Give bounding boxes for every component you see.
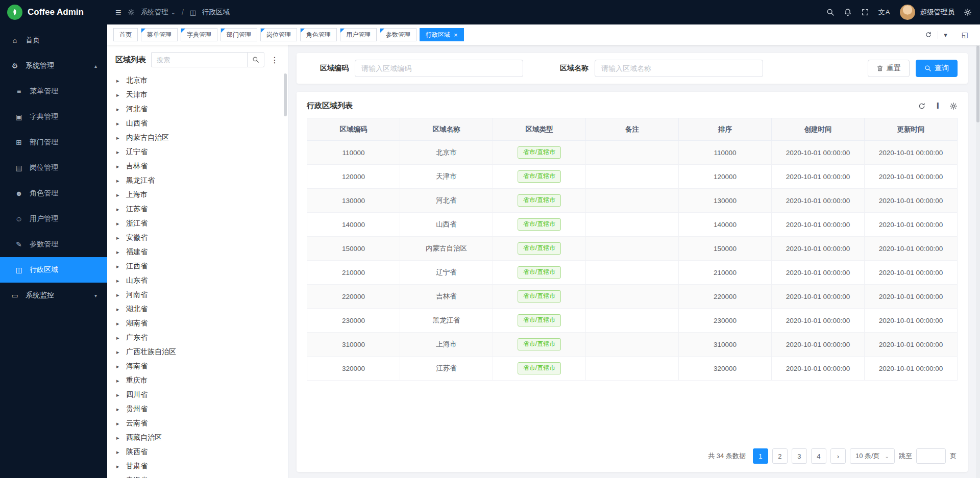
caret-right-icon[interactable]: ▸	[116, 120, 121, 127]
caret-right-icon[interactable]: ▸	[116, 320, 121, 327]
page-button[interactable]: 3	[792, 448, 807, 464]
tree-item[interactable]: ▸ 海南省	[115, 359, 280, 373]
page-button[interactable]: 4	[811, 448, 826, 464]
page-button[interactable]: 1	[753, 448, 768, 464]
tree-scrollbar[interactable]	[284, 73, 287, 116]
caret-right-icon[interactable]: ▸	[116, 306, 121, 313]
tab-close-icon[interactable]: ×	[454, 32, 458, 38]
table-row[interactable]: 130000 河北省 省市/直辖市 130000 2020-10-01 00:0…	[307, 189, 958, 213]
caret-right-icon[interactable]: ▸	[116, 292, 121, 298]
sidebar-item[interactable]: ☺ 用户管理	[0, 206, 107, 232]
table-row[interactable]: 150000 内蒙古自治区 省市/直辖市 150000 2020-10-01 0…	[307, 237, 958, 261]
table-row[interactable]: 210000 辽宁省 省市/直辖市 210000 2020-10-01 00:0…	[307, 261, 958, 285]
tree-item[interactable]: ▸ 青海省	[115, 473, 280, 478]
reset-button[interactable]: 重置	[868, 60, 910, 77]
tree-item[interactable]: ▸ 河南省	[115, 288, 280, 302]
sidebar-item[interactable]: ⊞ 部门管理	[0, 130, 107, 155]
caret-right-icon[interactable]: ▸	[116, 420, 121, 427]
translate-icon[interactable]: 文A	[878, 8, 891, 17]
page-size-select[interactable]: 10 条/页 ⌄	[850, 448, 895, 464]
tree-item[interactable]: ▸ 陕西省	[115, 445, 280, 459]
tree-item[interactable]: ▸ 重庆市	[115, 373, 280, 388]
sidebar-item[interactable]: ☻ 角色管理	[0, 181, 107, 206]
column-header[interactable]: 备注	[586, 118, 679, 141]
tree-item[interactable]: ▸ 浙江省	[115, 216, 280, 231]
caret-right-icon[interactable]: ▸	[116, 92, 121, 98]
fullscreen-icon[interactable]	[861, 8, 869, 16]
sidebar-item[interactable]: ▣ 字典管理	[0, 104, 107, 130]
tree-item[interactable]: ▸ 西藏自治区	[115, 431, 280, 445]
region-code-input[interactable]	[355, 60, 523, 77]
notification-bell-icon[interactable]	[844, 8, 852, 16]
sidebar-item[interactable]: ⌂ 首页	[0, 28, 107, 53]
tab[interactable]: 岗位管理 ×	[260, 28, 297, 41]
caret-right-icon[interactable]: ▸	[116, 206, 121, 213]
table-row[interactable]: 320000 江苏省 省市/直辖市 320000 2020-10-01 00:0…	[307, 357, 958, 381]
avatar[interactable]	[900, 5, 915, 20]
settings-gear-icon[interactable]	[964, 8, 972, 16]
tree-item[interactable]: ▸ 内蒙古自治区	[115, 131, 280, 145]
tree-item[interactable]: ▸ 广东省	[115, 331, 280, 345]
column-header[interactable]: 更新时间	[865, 118, 958, 141]
caret-right-icon[interactable]: ▸	[116, 249, 121, 256]
breadcrumb-section[interactable]: 系统管理 ⌄	[141, 8, 176, 17]
more-options-icon[interactable]: ⋮	[270, 55, 280, 65]
table-row[interactable]: 220000 吉林省 省市/直辖市 220000 2020-10-01 00:0…	[307, 285, 958, 309]
tree-item[interactable]: ▸ 河北省	[115, 102, 280, 116]
caret-right-icon[interactable]: ▸	[116, 278, 121, 284]
tab[interactable]: 字典管理 ×	[181, 28, 217, 41]
table-row[interactable]: 120000 天津市 省市/直辖市 120000 2020-10-01 00:0…	[307, 165, 958, 189]
caret-right-icon[interactable]: ▸	[116, 220, 121, 227]
column-settings-gear-icon[interactable]	[949, 102, 958, 110]
tree-item[interactable]: ▸ 广西壮族自治区	[115, 345, 280, 359]
refresh-table-icon[interactable]	[918, 102, 926, 110]
page-button[interactable]: 2	[772, 448, 788, 464]
tree-item[interactable]: ▸ 黑龙江省	[115, 173, 280, 188]
column-header[interactable]: 区域编码	[307, 118, 400, 141]
username[interactable]: 超级管理员	[920, 8, 955, 17]
tree-search-icon[interactable]	[247, 52, 264, 67]
caret-right-icon[interactable]: ▸	[116, 235, 121, 241]
table-row[interactable]: 230000 黑龙江省 省市/直辖市 230000 2020-10-01 00:…	[307, 309, 958, 333]
sidebar-item[interactable]: ▭ 系统监控 ▾	[0, 283, 107, 308]
layout-icon[interactable]: ◱	[956, 31, 974, 39]
caret-right-icon[interactable]: ▸	[116, 135, 121, 141]
caret-right-icon[interactable]: ▸	[116, 363, 121, 370]
tabs-menu-chevron-icon[interactable]: ▾	[938, 31, 953, 39]
tree-item[interactable]: ▸ 江西省	[115, 259, 280, 273]
sidebar-item[interactable]: ⚙ 系统管理 ▴	[0, 53, 107, 79]
table-row[interactable]: 140000 山西省 省市/直辖市 140000 2020-10-01 00:0…	[307, 213, 958, 237]
refresh-tabs-icon[interactable]	[919, 31, 938, 38]
caret-right-icon[interactable]: ▸	[116, 78, 121, 84]
page-scrollbar[interactable]	[976, 45, 980, 478]
caret-right-icon[interactable]: ▸	[116, 449, 121, 456]
table-row[interactable]: 110000 北京市 省市/直辖市 110000 2020-10-01 00:0…	[307, 141, 958, 165]
tree-item[interactable]: ▸ 甘肃省	[115, 459, 280, 473]
tree-item[interactable]: ▸ 辽宁省	[115, 145, 280, 159]
tree-item[interactable]: ▸ 贵州省	[115, 402, 280, 416]
caret-right-icon[interactable]: ▸	[116, 192, 121, 198]
caret-right-icon[interactable]: ▸	[116, 392, 121, 398]
tab[interactable]: 角色管理 ×	[300, 28, 337, 41]
table-row[interactable]: 310000 上海市 省市/直辖市 310000 2020-10-01 00:0…	[307, 333, 958, 357]
sidebar-item[interactable]: ▤ 岗位管理	[0, 155, 107, 181]
tree-item[interactable]: ▸ 吉林省	[115, 159, 280, 173]
tree-item[interactable]: ▸ 四川省	[115, 388, 280, 402]
tab[interactable]: 用户管理 ×	[340, 28, 377, 41]
tree-item[interactable]: ▸ 山西省	[115, 116, 280, 131]
tree-item[interactable]: ▸ 天津市	[115, 88, 280, 102]
tree-item[interactable]: ▸ 湖北省	[115, 302, 280, 316]
tree-item[interactable]: ▸ 安徽省	[115, 231, 280, 245]
caret-right-icon[interactable]: ▸	[116, 349, 121, 356]
tree-item[interactable]: ▸ 山东省	[115, 273, 280, 288]
tree-item[interactable]: ▸ 福建省	[115, 245, 280, 259]
column-header[interactable]: 区域名称	[400, 118, 493, 141]
caret-right-icon[interactable]: ▸	[116, 378, 121, 384]
caret-right-icon[interactable]: ▸	[116, 106, 121, 113]
tree-item[interactable]: ▸ 江苏省	[115, 202, 280, 216]
sidebar-item[interactable]: ✎ 参数管理	[0, 232, 107, 257]
jump-page-input[interactable]	[916, 448, 946, 464]
caret-right-icon[interactable]: ▸	[116, 163, 121, 170]
tab[interactable]: 行政区域 ×	[420, 28, 464, 41]
font-size-icon[interactable]: Ⅰ	[936, 102, 939, 111]
